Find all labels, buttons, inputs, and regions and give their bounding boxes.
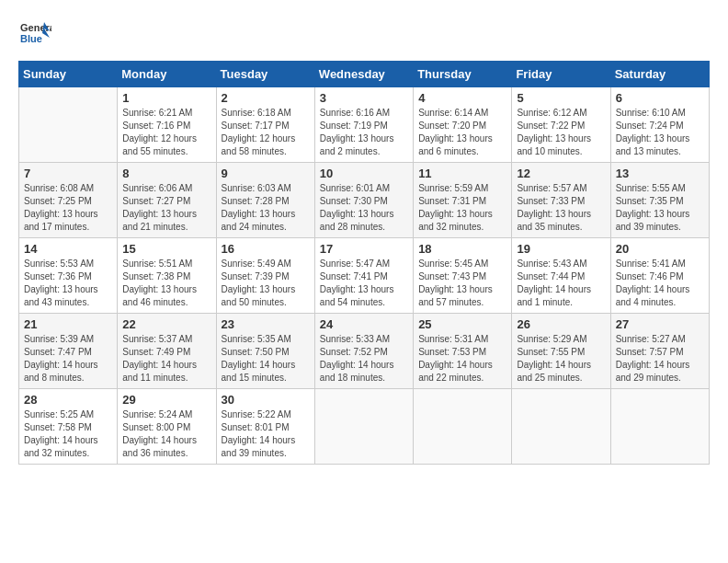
day-number: 27 (616, 317, 704, 331)
day-number: 19 (517, 242, 605, 256)
day-info: Sunrise: 6:14 AMSunset: 7:20 PMDaylight:… (418, 107, 506, 158)
calendar-cell: 17Sunrise: 5:47 AMSunset: 7:41 PMDayligh… (314, 238, 413, 314)
calendar-cell: 16Sunrise: 5:49 AMSunset: 7:39 PMDayligh… (216, 238, 314, 314)
calendar-cell: 2Sunrise: 6:18 AMSunset: 7:17 PMDaylight… (216, 87, 314, 163)
weekday-header: Wednesday (314, 62, 413, 87)
calendar-cell: 23Sunrise: 5:35 AMSunset: 7:50 PMDayligh… (216, 314, 314, 389)
day-number: 3 (320, 91, 408, 105)
day-number: 18 (418, 242, 506, 256)
weekday-header: Saturday (610, 62, 709, 87)
calendar-cell: 1Sunrise: 6:21 AMSunset: 7:16 PMDaylight… (118, 87, 216, 163)
day-info: Sunrise: 6:16 AMSunset: 7:19 PMDaylight:… (320, 107, 408, 158)
calendar-week-row: 28Sunrise: 5:25 AMSunset: 7:58 PMDayligh… (19, 389, 710, 465)
day-info: Sunrise: 5:53 AMSunset: 7:36 PMDaylight:… (24, 258, 112, 309)
calendar-cell: 14Sunrise: 5:53 AMSunset: 7:36 PMDayligh… (19, 238, 118, 314)
day-number: 17 (320, 242, 408, 256)
day-number: 16 (222, 242, 310, 256)
calendar-cell: 12Sunrise: 5:57 AMSunset: 7:33 PMDayligh… (512, 163, 610, 238)
day-info: Sunrise: 5:43 AMSunset: 7:44 PMDaylight:… (517, 258, 605, 309)
day-info: Sunrise: 5:55 AMSunset: 7:35 PMDaylight:… (616, 182, 704, 234)
weekday-header: Monday (118, 62, 216, 87)
calendar-cell (414, 389, 512, 465)
day-number: 26 (517, 317, 605, 331)
day-info: Sunrise: 5:25 AMSunset: 7:58 PMDaylight:… (24, 408, 112, 460)
day-number: 11 (418, 167, 506, 180)
day-number: 10 (320, 167, 408, 180)
logo-graphic: General Blue (18, 18, 51, 52)
day-number: 23 (222, 317, 310, 331)
day-info: Sunrise: 6:08 AMSunset: 7:25 PMDaylight:… (24, 182, 112, 234)
calendar-cell: 22Sunrise: 5:37 AMSunset: 7:49 PMDayligh… (118, 314, 216, 389)
calendar-cell: 13Sunrise: 5:55 AMSunset: 7:35 PMDayligh… (610, 163, 709, 238)
day-number: 21 (24, 317, 112, 331)
day-number: 5 (517, 91, 605, 105)
svg-text:Blue: Blue (20, 33, 42, 44)
calendar-cell: 6Sunrise: 6:10 AMSunset: 7:24 PMDaylight… (610, 87, 709, 163)
day-number: 4 (418, 91, 506, 105)
day-info: Sunrise: 5:37 AMSunset: 7:49 PMDaylight:… (122, 333, 210, 385)
day-number: 12 (517, 167, 605, 180)
day-info: Sunrise: 5:24 AMSunset: 8:00 PMDaylight:… (122, 408, 210, 460)
weekday-header: Sunday (19, 62, 118, 87)
calendar-week-row: 21Sunrise: 5:39 AMSunset: 7:47 PMDayligh… (19, 314, 710, 389)
calendar-cell (19, 87, 118, 163)
weekday-header: Friday (512, 62, 610, 87)
day-info: Sunrise: 6:01 AMSunset: 7:30 PMDaylight:… (320, 182, 408, 234)
calendar-week-row: 1Sunrise: 6:21 AMSunset: 7:16 PMDaylight… (19, 87, 710, 163)
calendar-cell (314, 389, 413, 465)
day-number: 8 (122, 167, 210, 180)
day-info: Sunrise: 5:41 AMSunset: 7:46 PMDaylight:… (616, 258, 704, 309)
day-info: Sunrise: 5:33 AMSunset: 7:52 PMDaylight:… (320, 333, 408, 385)
day-info: Sunrise: 5:47 AMSunset: 7:41 PMDaylight:… (320, 258, 408, 309)
day-number: 24 (320, 317, 408, 331)
day-number: 9 (222, 167, 310, 180)
calendar-cell: 9Sunrise: 6:03 AMSunset: 7:28 PMDaylight… (216, 163, 314, 238)
day-info: Sunrise: 5:57 AMSunset: 7:33 PMDaylight:… (517, 182, 605, 234)
logo: General Blue (18, 18, 51, 52)
day-info: Sunrise: 5:31 AMSunset: 7:53 PMDaylight:… (418, 333, 506, 385)
calendar-cell: 24Sunrise: 5:33 AMSunset: 7:52 PMDayligh… (314, 314, 413, 389)
calendar-cell: 3Sunrise: 6:16 AMSunset: 7:19 PMDaylight… (314, 87, 413, 163)
day-number: 13 (616, 167, 704, 180)
weekday-header: Tuesday (216, 62, 314, 87)
day-number: 29 (122, 393, 210, 407)
day-info: Sunrise: 6:06 AMSunset: 7:27 PMDaylight:… (122, 182, 210, 234)
day-number: 7 (24, 167, 112, 180)
calendar-cell: 10Sunrise: 6:01 AMSunset: 7:30 PMDayligh… (314, 163, 413, 238)
calendar-cell: 26Sunrise: 5:29 AMSunset: 7:55 PMDayligh… (512, 314, 610, 389)
day-info: Sunrise: 6:10 AMSunset: 7:24 PMDaylight:… (616, 107, 704, 158)
calendar-cell: 30Sunrise: 5:22 AMSunset: 8:01 PMDayligh… (216, 389, 314, 465)
day-info: Sunrise: 5:51 AMSunset: 7:38 PMDaylight:… (122, 258, 210, 309)
calendar-cell: 28Sunrise: 5:25 AMSunset: 7:58 PMDayligh… (19, 389, 118, 465)
calendar-cell: 19Sunrise: 5:43 AMSunset: 7:44 PMDayligh… (512, 238, 610, 314)
calendar-cell: 8Sunrise: 6:06 AMSunset: 7:27 PMDaylight… (118, 163, 216, 238)
calendar-cell: 7Sunrise: 6:08 AMSunset: 7:25 PMDaylight… (19, 163, 118, 238)
day-number: 14 (24, 242, 112, 256)
calendar-cell: 15Sunrise: 5:51 AMSunset: 7:38 PMDayligh… (118, 238, 216, 314)
weekday-header: Thursday (414, 62, 512, 87)
day-number: 6 (616, 91, 704, 105)
calendar-cell: 5Sunrise: 6:12 AMSunset: 7:22 PMDaylight… (512, 87, 610, 163)
calendar-cell (610, 389, 709, 465)
calendar-cell: 27Sunrise: 5:27 AMSunset: 7:57 PMDayligh… (610, 314, 709, 389)
day-info: Sunrise: 6:21 AMSunset: 7:16 PMDaylight:… (122, 107, 210, 158)
calendar-table: SundayMondayTuesdayWednesdayThursdayFrid… (18, 61, 710, 465)
weekday-header-row: SundayMondayTuesdayWednesdayThursdayFrid… (19, 62, 710, 87)
day-info: Sunrise: 5:35 AMSunset: 7:50 PMDaylight:… (222, 333, 310, 385)
day-number: 15 (122, 242, 210, 256)
calendar-cell (512, 389, 610, 465)
day-info: Sunrise: 5:27 AMSunset: 7:57 PMDaylight:… (616, 333, 704, 385)
calendar-cell: 4Sunrise: 6:14 AMSunset: 7:20 PMDaylight… (414, 87, 512, 163)
calendar-cell: 21Sunrise: 5:39 AMSunset: 7:47 PMDayligh… (19, 314, 118, 389)
day-number: 2 (222, 91, 310, 105)
calendar-cell: 11Sunrise: 5:59 AMSunset: 7:31 PMDayligh… (414, 163, 512, 238)
day-info: Sunrise: 6:03 AMSunset: 7:28 PMDaylight:… (222, 182, 310, 234)
day-info: Sunrise: 5:39 AMSunset: 7:47 PMDaylight:… (24, 333, 112, 385)
day-number: 22 (122, 317, 210, 331)
day-number: 20 (616, 242, 704, 256)
day-info: Sunrise: 5:22 AMSunset: 8:01 PMDaylight:… (222, 408, 310, 460)
calendar-cell: 20Sunrise: 5:41 AMSunset: 7:46 PMDayligh… (610, 238, 709, 314)
day-number: 30 (222, 393, 310, 407)
day-info: Sunrise: 5:45 AMSunset: 7:43 PMDaylight:… (418, 258, 506, 309)
page-header: General Blue (18, 18, 710, 52)
